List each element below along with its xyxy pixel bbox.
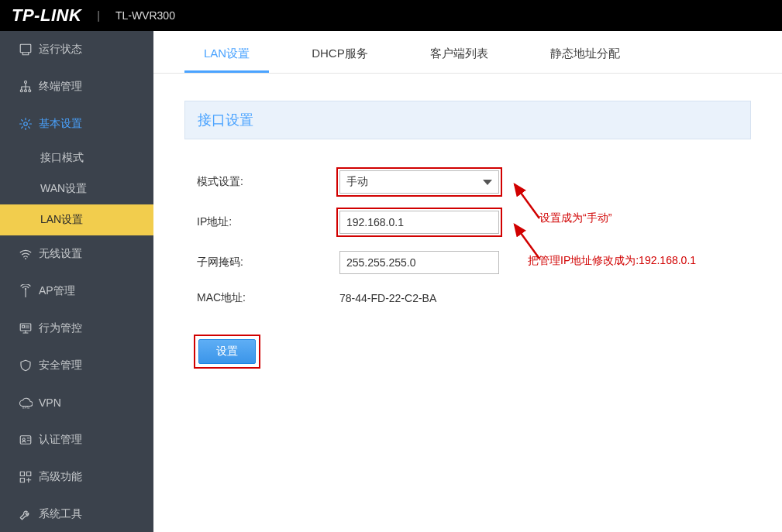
submit-button-outline: 设置 <box>197 338 257 366</box>
svg-point-7 <box>25 288 26 290</box>
chevron-down-icon <box>483 180 492 185</box>
tab-0[interactable]: LAN设置 <box>184 35 269 73</box>
mask-input[interactable] <box>339 251 499 274</box>
sidebar-subitem-wan[interactable]: WAN设置 <box>0 173 153 204</box>
row-ip: IP地址: <box>197 211 751 234</box>
svg-rect-15 <box>20 479 24 482</box>
main-content: LAN设置DHCP服务客户端列表静态地址分配 接口设置 模式设置: 手动 IP地… <box>153 31 782 532</box>
sidebar: 运行状态终端管理基本设置接口模式WAN设置LAN设置无线设置AP管理行为管控安全… <box>0 31 153 532</box>
sidebar-subitem-label: WAN设置 <box>40 182 87 196</box>
model-name: TL-WVR300 <box>115 9 175 22</box>
sidebar-item-basic[interactable]: 基本设置 <box>0 105 153 142</box>
tab-label: DHCP服务 <box>312 46 368 60</box>
svg-rect-0 <box>20 44 31 53</box>
app-header: TP-LINK | TL-WVR300 <box>0 0 782 31</box>
row-mask: 子网掩码: <box>197 251 751 274</box>
monitor-icon <box>16 321 36 335</box>
sidebar-item-advance[interactable]: 高级功能 <box>0 458 153 496</box>
svg-rect-9 <box>22 325 25 328</box>
form-area: 模式设置: 手动 IP地址: 子网掩码: MAC地址: 78-44-FD-22-… <box>153 139 782 366</box>
sidebar-item-status[interactable]: 运行状态 <box>0 31 153 68</box>
tab-bar: LAN设置DHCP服务客户端列表静态地址分配 <box>153 31 782 74</box>
label-mac: MAC地址: <box>197 291 339 305</box>
tab-label: 静态地址分配 <box>550 46 620 60</box>
header-separator: | <box>97 9 100 22</box>
submit-button[interactable]: 设置 <box>198 339 256 364</box>
svg-point-5 <box>24 122 28 126</box>
gear-icon <box>16 117 36 131</box>
sidebar-item-terminal[interactable]: 终端管理 <box>0 68 153 105</box>
sidebar-item-label: 系统工具 <box>39 507 82 521</box>
tab-label: 客户端列表 <box>430 46 488 60</box>
label-mode: 模式设置: <box>197 175 339 189</box>
sidebar-item-label: 无线设置 <box>39 247 82 261</box>
sidebar-item-security[interactable]: 安全管理 <box>0 347 153 384</box>
tab-1[interactable]: DHCP服务 <box>292 35 388 73</box>
sidebar-subitem-label: 接口模式 <box>40 151 84 165</box>
svg-text:VPN: VPN <box>22 406 29 410</box>
tab-3[interactable]: 静态地址分配 <box>531 35 639 73</box>
sidebar-item-wireless[interactable]: 无线设置 <box>0 235 153 273</box>
ip-input[interactable] <box>339 211 499 234</box>
label-mask: 子网掩码: <box>197 256 339 269</box>
mode-select[interactable]: 手动 <box>339 170 499 194</box>
tab-label: LAN设置 <box>204 46 250 60</box>
panel-title: 接口设置 <box>184 101 751 139</box>
sidebar-item-label: 终端管理 <box>39 80 82 94</box>
sidebar-subitem-label: LAN设置 <box>40 213 83 227</box>
svg-point-6 <box>25 258 26 259</box>
tab-2[interactable]: 客户端列表 <box>411 35 508 73</box>
sidebar-item-auth[interactable]: 认证管理 <box>0 421 153 458</box>
id-icon <box>16 433 36 447</box>
dashboard-icon <box>16 43 36 57</box>
sidebar-item-ap[interactable]: AP管理 <box>0 273 153 310</box>
row-mode: 模式设置: 手动 <box>197 170 751 194</box>
antenna-icon <box>16 284 36 298</box>
svg-rect-11 <box>20 436 31 444</box>
wrench-icon <box>16 507 36 521</box>
label-ip: IP地址: <box>197 215 339 229</box>
svg-rect-14 <box>27 472 31 475</box>
cloud-icon: VPN <box>16 396 36 410</box>
sidebar-item-label: 行为管控 <box>39 321 82 335</box>
sidebar-item-label: AP管理 <box>39 284 75 298</box>
sidebar-item-label: 基本设置 <box>39 117 82 131</box>
sidebar-item-label: 认证管理 <box>39 433 82 447</box>
mac-value: 78-44-FD-22-C2-BA <box>339 292 436 304</box>
grid-icon <box>16 470 36 484</box>
mode-value: 手动 <box>346 175 368 189</box>
sidebar-item-label: 高级功能 <box>39 470 82 484</box>
sidebar-subitem-portmode[interactable]: 接口模式 <box>0 142 153 173</box>
sidebar-item-vpn[interactable]: VPNVPN <box>0 384 153 421</box>
shield-icon <box>16 359 36 372</box>
svg-rect-13 <box>20 472 24 475</box>
sidebar-item-behavior[interactable]: 行为管控 <box>0 310 153 347</box>
sidebar-item-label: 安全管理 <box>39 359 82 372</box>
sidebar-item-label: 运行状态 <box>39 43 82 57</box>
sidebar-item-system[interactable]: 系统工具 <box>0 496 153 532</box>
wifi-icon <box>16 247 36 261</box>
svg-point-12 <box>22 438 25 441</box>
sidebar-subitem-lan[interactable]: LAN设置 <box>0 204 153 235</box>
network-icon <box>16 80 36 94</box>
sidebar-item-label: VPN <box>39 396 61 409</box>
brand-logo: TP-LINK <box>12 5 81 26</box>
row-mac: MAC地址: 78-44-FD-22-C2-BA <box>197 291 751 305</box>
